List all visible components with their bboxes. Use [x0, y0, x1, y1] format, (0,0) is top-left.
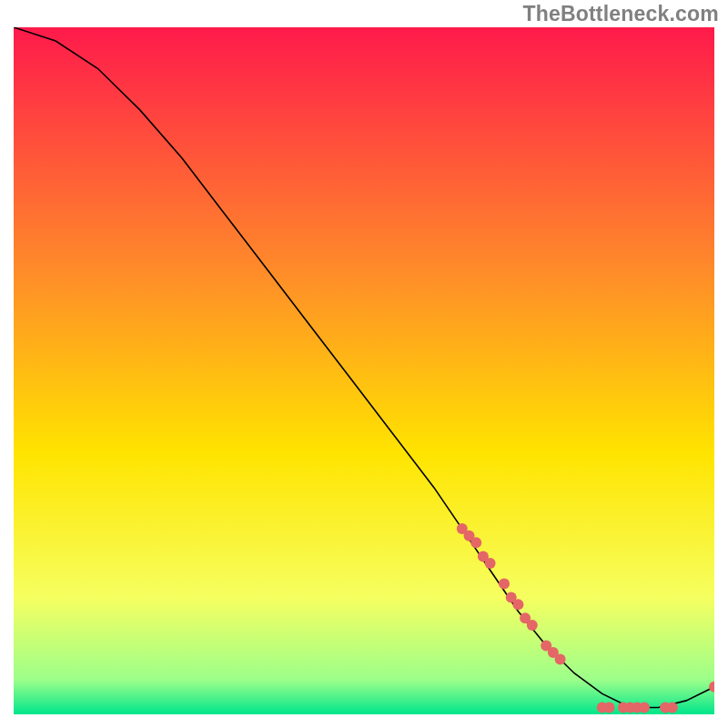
watermark-text: TheBottleneck.com	[522, 2, 719, 26]
marker-pts-desc-6	[499, 579, 510, 590]
plot-area	[14, 27, 714, 714]
marker-pts-desc-5	[485, 558, 496, 569]
marker-pts-desc-8	[512, 599, 523, 610]
marker-pts-flat-2	[604, 703, 615, 713]
chart-stage: TheBottleneck.com	[0, 0, 728, 728]
chart-svg	[14, 27, 714, 714]
gradient-bg	[14, 27, 714, 714]
marker-pts-flat-8	[667, 703, 678, 713]
marker-pts-flat-6	[639, 703, 650, 713]
marker-pts-desc-13	[555, 654, 566, 665]
marker-pts-desc-10	[527, 620, 538, 631]
marker-pts-desc-3	[470, 537, 481, 548]
